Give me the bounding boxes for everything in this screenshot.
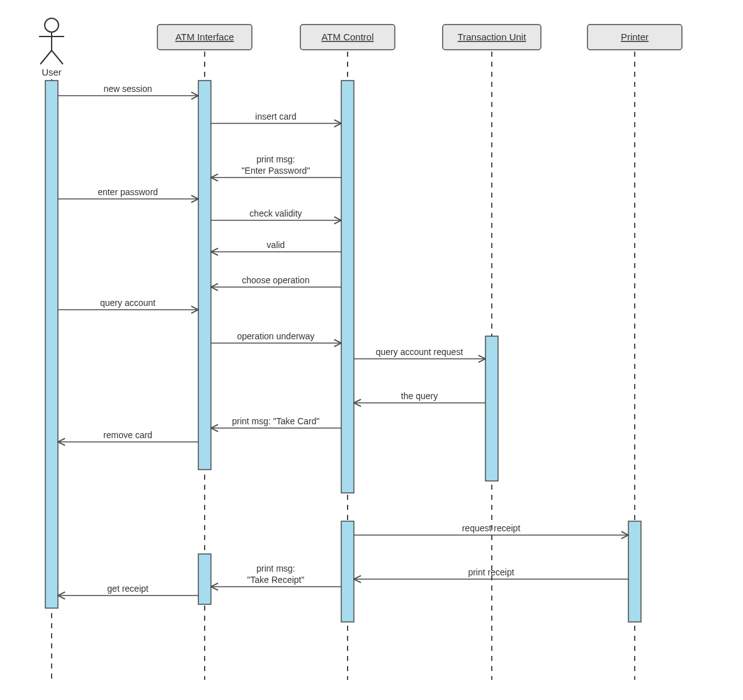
activation-control-1 xyxy=(341,81,354,493)
msg-operation-underway-label: operation underway xyxy=(237,331,315,341)
activation-interface-2 xyxy=(198,554,211,604)
msg-check-validity-label: check validity xyxy=(249,208,302,218)
msg-new-session-label: new session xyxy=(103,84,152,94)
msg-choose-operation-label: choose operation xyxy=(242,275,309,285)
lifeline-transaction-unit-label: Transaction Unit xyxy=(458,31,526,42)
sequence-diagram: User ATM Interface ATM Control Transacti… xyxy=(0,0,743,700)
msg-take-card-prompt-label: print msg: "Take Card" xyxy=(232,416,319,426)
msg-enter-password-prompt-label-2: "Enter Password" xyxy=(242,166,310,176)
activation-transaction xyxy=(485,336,498,481)
msg-the-query-label: the query xyxy=(401,391,438,401)
msg-enter-password-label: enter password xyxy=(98,187,158,197)
lifeline-atm-control-label: ATM Control xyxy=(321,31,373,42)
svg-line-3 xyxy=(40,50,52,64)
msg-valid-label: valid xyxy=(267,240,285,250)
actor-user: User xyxy=(39,18,64,77)
msg-get-receipt-label: get receipt xyxy=(107,584,148,594)
msg-take-receipt-prompt-label-1: print msg: xyxy=(256,563,295,573)
activation-user xyxy=(45,81,58,608)
activation-printer xyxy=(628,521,641,622)
activation-control-2 xyxy=(341,521,354,622)
svg-line-4 xyxy=(52,50,63,64)
lifeline-printer-label: Printer xyxy=(621,31,649,42)
svg-point-0 xyxy=(45,18,59,32)
msg-query-account-label: query account xyxy=(100,298,156,308)
msg-query-account-request-label: query account request xyxy=(376,347,463,357)
lifeline-printer: Printer xyxy=(587,25,682,50)
msg-enter-password-prompt-label-1: print msg: xyxy=(256,154,295,164)
msg-insert-card-label: insert card xyxy=(255,111,296,121)
actor-user-label: User xyxy=(42,67,62,77)
msg-print-receipt-label: print receipt xyxy=(468,567,514,577)
lifeline-atm-interface: ATM Interface xyxy=(157,25,252,50)
msg-remove-card-label: remove card xyxy=(103,430,152,440)
lifeline-atm-interface-label: ATM Interface xyxy=(175,31,234,42)
msg-request-receipt-label: request receipt xyxy=(462,523,521,533)
lifeline-transaction-unit: Transaction Unit xyxy=(443,25,541,50)
msg-take-receipt-prompt-label-2: "Take Receipt" xyxy=(247,575,305,585)
activation-interface-1 xyxy=(198,81,211,470)
lifeline-atm-control: ATM Control xyxy=(300,25,395,50)
